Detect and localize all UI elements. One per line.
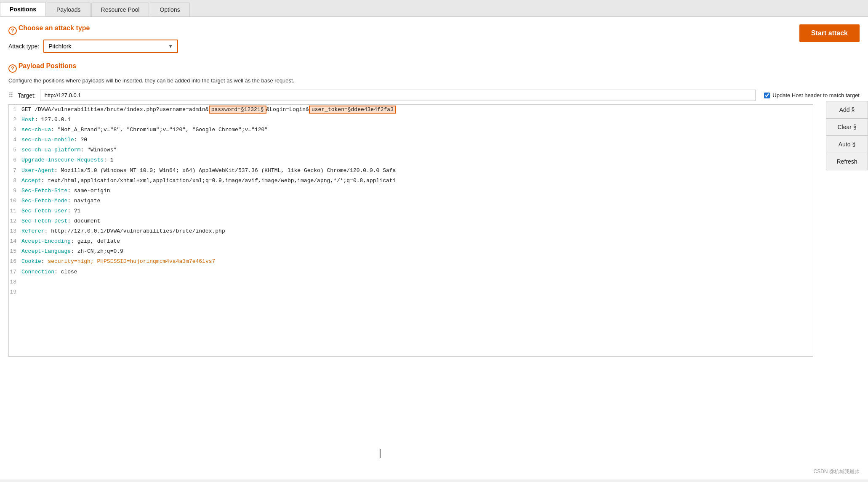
line-number-18: 18 [9, 278, 21, 287]
line-number-12: 12 [9, 217, 21, 226]
line-content-4: sec-ch-ua-mobile: ?0 [21, 135, 813, 145]
header-name-sec-ch-ua: sec-ch-ua [21, 127, 51, 133]
line-number-5: 5 [9, 146, 21, 155]
line-number-1: 1 [9, 105, 21, 114]
upgrade-value: : 1 [104, 157, 113, 163]
attack-type-dropdown-arrow: ▼ [168, 43, 177, 49]
user-agent-value: : Mozilla/5.0 (Windows NT 10.0; Win64; x… [54, 167, 396, 174]
tab-payloads[interactable]: Payloads [47, 3, 91, 16]
target-label: Target: [18, 92, 36, 99]
host-value: : 127.0.0.1 [35, 117, 71, 123]
header-name-referer: Referer [21, 228, 45, 234]
tab-options[interactable]: Options [150, 3, 189, 16]
update-host-label: Update Host header to match target [772, 92, 860, 98]
payload-positions-header: ? Payload Positions [8, 62, 860, 75]
request-line-18: 18 [9, 277, 813, 287]
accept-value: : text/html,application/xhtml+xml,applic… [41, 177, 396, 184]
tab-positions[interactable]: Positions [0, 2, 46, 16]
sec-fetch-mode-value: : navigate [67, 198, 100, 204]
line-number-14: 14 [9, 237, 21, 246]
request-line-17: 17 Connection: close [9, 267, 813, 277]
main-content: Start attack ? Choose an attack type Att… [0, 17, 868, 479]
header-name-user-agent: User-Agent [21, 167, 54, 174]
line-number-7: 7 [9, 166, 21, 175]
payload-positions-desc: Configure the positions where payloads w… [8, 77, 860, 84]
request-line-3: 3 sec-ch-ua: "Not_A_Brand";v="8", "Chrom… [9, 125, 813, 135]
cookie-value-security: security=high; PHPSESSID=hujorinqmcm4va4… [48, 258, 215, 265]
line-number-2: 2 [9, 115, 21, 124]
header-name-sec-fetch-mode: Sec-Fetch-Mode [21, 198, 67, 204]
line-content-17: Connection: close [21, 267, 813, 277]
refresh-button[interactable]: Refresh [826, 153, 868, 170]
header-name-cookie: Cookie [21, 258, 41, 265]
line-number-4: 4 [9, 135, 21, 145]
line-content-5: sec-ch-ua-platform: "Windows" [21, 146, 813, 155]
header-name-accept: Accept [21, 177, 41, 184]
auto-section-button[interactable]: Auto § [826, 135, 868, 153]
line-content-2: Host: 127.0.0.1 [21, 115, 813, 124]
request-line-14: 14 Accept-Encoding: gzip, deflate [9, 236, 813, 246]
line-content-9: Sec-Fetch-Site: same-origin [21, 186, 813, 196]
get-middle: &Login=Login& [266, 106, 309, 113]
sec-ch-ua-value: : "Not_A_Brand";v="8", "Chromium";v="120… [51, 127, 268, 133]
request-line-2: 2 Host: 127.0.0.1 [9, 115, 813, 125]
line-content-3: sec-ch-ua: "Not_A_Brand";v="8", "Chromiu… [21, 125, 813, 135]
request-line-1: 1 GET /DVWA/vulnerabilities/brute/index.… [9, 105, 813, 115]
watermark: CSDN @杭城我最帅 [813, 468, 860, 475]
sec-ch-ua-mobile-value: : ?0 [74, 137, 87, 143]
header-name-connection: Connection [21, 269, 54, 275]
header-name-sec-ch-ua-mobile: sec-ch-ua-mobile [21, 137, 74, 143]
line-content-12: Sec-Fetch-Dest: document [21, 217, 813, 226]
sec-fetch-user-value: : ?1 [67, 208, 80, 214]
line-content-1: GET /DVWA/vulnerabilities/brute/index.ph… [21, 105, 813, 114]
attack-type-help-icon[interactable]: ? [8, 26, 17, 35]
attack-type-section-header: ? Choose an attack type [8, 24, 860, 37]
header-name-sec-ch-ua-platform: sec-ch-ua-platform [21, 147, 80, 153]
header-name-upgrade: Upgrade-Insecure-Requests [21, 157, 104, 163]
line-number-15: 15 [9, 247, 21, 256]
line-content-14: Accept-Encoding: gzip, deflate [21, 237, 813, 246]
tab-resource-pool[interactable]: Resource Pool [91, 3, 149, 16]
request-line-10: 10 Sec-Fetch-Mode: navigate [9, 196, 813, 206]
start-attack-button[interactable]: Start attack [799, 24, 860, 42]
target-drag-handle[interactable]: ⠿ [8, 91, 13, 99]
request-line-6: 6 Upgrade-Insecure-Requests: 1 [9, 155, 813, 165]
header-name-host: Host [21, 117, 35, 123]
payload-positions-help-icon[interactable]: ? [8, 64, 17, 73]
request-line-7: 7 User-Agent: Mozilla/5.0 (Windows NT 10… [9, 166, 813, 176]
header-name-accept-language: Accept-Language [21, 248, 71, 254]
tab-bar: Positions Payloads Resource Pool Options [0, 0, 868, 17]
target-input[interactable] [40, 90, 756, 101]
clear-section-button[interactable]: Clear § [826, 118, 868, 135]
request-editor[interactable]: 1 GET /DVWA/vulnerabilities/brute/index.… [8, 104, 813, 357]
attack-type-select[interactable]: Pitchfork Sniper Battering ram Cluster b… [44, 40, 168, 52]
request-line-16: 16 Cookie: security=high; PHPSESSID=hujo… [9, 257, 813, 267]
line-number-10: 10 [9, 196, 21, 206]
request-line-9: 9 Sec-Fetch-Site: same-origin [9, 186, 813, 196]
sec-fetch-site-value: : same-origin [67, 188, 110, 194]
sec-ch-ua-platform-value: : "Windows" [80, 147, 117, 153]
sec-fetch-dest-value: : document [67, 218, 100, 224]
update-host-checkbox-row: Update Host header to match target [764, 92, 860, 98]
header-name-accept-encoding: Accept-Encoding [21, 238, 71, 244]
line-content-11: Sec-Fetch-User: ?1 [21, 207, 813, 216]
add-section-button[interactable]: Add § [826, 101, 868, 118]
request-line-8: 8 Accept: text/html,application/xhtml+xm… [9, 176, 813, 186]
attack-type-title: Choose an attack type [19, 24, 90, 32]
text-cursor: | [379, 448, 381, 458]
get-prefix: GET /DVWA/vulnerabilities/brute/index.ph… [21, 106, 209, 113]
cookie-colon: : [41, 258, 48, 265]
attack-type-select-wrapper: Pitchfork Sniper Battering ram Cluster b… [43, 40, 178, 53]
line-content-18 [21, 278, 813, 287]
referer-value: : http://127.0.0.1/DVWA/vulnerabilities/… [45, 228, 225, 234]
update-host-checkbox[interactable] [764, 93, 770, 98]
right-buttons-panel: Add § Clear § Auto § Refresh [826, 101, 868, 170]
request-line-5: 5 sec-ch-ua-platform: "Windows" [9, 145, 813, 155]
accept-encoding-value: : gzip, deflate [71, 238, 120, 244]
line-number-9: 9 [9, 186, 21, 196]
line-number-3: 3 [9, 125, 21, 135]
line-content-7: User-Agent: Mozilla/5.0 (Windows NT 10.0… [21, 166, 813, 175]
payload-2-box: user_token=§ddee43e4f2fa3 [309, 106, 396, 114]
request-line-15: 15 Accept-Language: zh-CN,zh;q=0.9 [9, 246, 813, 257]
line-number-13: 13 [9, 227, 21, 236]
